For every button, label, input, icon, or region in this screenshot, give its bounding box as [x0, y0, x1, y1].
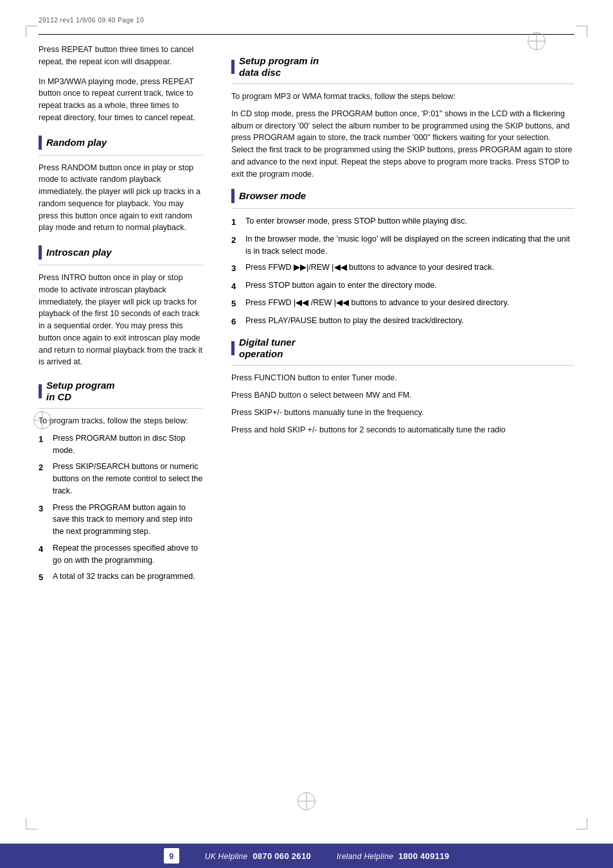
left-column: Press REPEAT button three times to cance… [39, 44, 218, 589]
heading-bar-2 [39, 245, 42, 260]
setup-data-rule [231, 84, 574, 84]
browser-mode-heading: Browser mode [231, 189, 574, 203]
list-item: 5 A total of 32 tracks can be programmed… [39, 571, 203, 584]
digital-tuner-rule [231, 365, 574, 366]
random-play-text: Press RANDOM button once in play or stop… [39, 162, 203, 235]
digital-tuner-text3: Press SKIP+/- buttons manually tune in t… [231, 407, 574, 419]
content-area: Press REPEAT button three times to cance… [0, 35, 613, 589]
crosshair-bottom [298, 792, 315, 810]
introscan-text: Press INTRO button once in play or stop … [39, 272, 203, 368]
footer-bar: 9 UK Helpline 0870 060 2610 Ireland Help… [0, 844, 613, 868]
setup-cd-rule [39, 408, 203, 409]
right-column: Setup program in data disc To program MP… [218, 44, 574, 589]
introscan-heading: Introscan play [39, 245, 203, 260]
page: 29112 rev1 1/9/06 09:40 Page 10 Press RE… [0, 0, 613, 868]
random-play-heading: Random play [39, 136, 203, 150]
heading-bar-3 [39, 384, 42, 398]
setup-data-detail: In CD stop mode, press the PROGRAM butto… [231, 108, 574, 181]
setup-cd-heading: Setup program in CD [39, 380, 203, 403]
browser-mode-steps: 1 To enter browser mode, press STOP butt… [231, 215, 574, 328]
list-item: 6 Press PLAY/PAUSE button to play the de… [231, 315, 574, 328]
list-item: 1 To enter browser mode, press STOP butt… [231, 215, 574, 229]
list-item: 4 Press STOP button again to enter the d… [231, 279, 574, 293]
heading-bar [39, 136, 42, 150]
heading-bar-4 [231, 60, 235, 74]
list-item: 4 Repeat the processes specified above t… [39, 542, 203, 567]
crop-mark-bl [26, 818, 37, 829]
setup-cd-steps: 1 Press PROGRAM button in disc Stop mode… [39, 432, 203, 584]
page-number: 9 [164, 848, 179, 864]
digital-tuner-text2: Press BAND button o select between MW an… [231, 389, 574, 402]
random-rule [39, 155, 203, 155]
list-item: 2 In the browser mode, the 'music logo' … [231, 233, 574, 258]
heading-bar-5 [231, 189, 235, 203]
intro-text-1: Press REPEAT button three times to cance… [39, 44, 203, 68]
ireland-helpline: Ireland Helpline 1800 409119 [337, 851, 449, 861]
digital-tuner-text4: Press and hold SKIP +/- buttons for 2 se… [231, 424, 574, 436]
crosshair-mid-left [33, 411, 51, 429]
list-item: 2 Press SKIP/SEARCH buttons or numeric b… [39, 461, 203, 497]
list-item: 5 Press FFWD |◀◀ /REW |◀◀ buttons to adv… [231, 297, 574, 310]
crop-mark-tl [26, 26, 37, 37]
digital-tuner-text1: Press FUNCTION button to enter Tuner mod… [231, 372, 574, 384]
setup-cd-intro: To program tracks, follow the steps belo… [39, 415, 203, 427]
meta-line: 29112 rev1 1/9/06 09:40 Page 10 [0, 13, 613, 28]
crop-mark-tr [576, 26, 587, 37]
crosshair-top-right [528, 32, 546, 50]
intro-text-2: In MP3/WWA playing mode, press REPEAT bu… [39, 76, 203, 124]
uk-helpline: UK Helpline 0870 060 2610 [205, 851, 311, 861]
list-item: 3 Press the PROGRAM button again to save… [39, 502, 203, 538]
digital-tuner-heading: Digital tuner operation [231, 337, 574, 360]
list-item: 3 Press FFWD ▶▶|/REW |◀◀ buttons to adva… [231, 261, 574, 275]
setup-data-intro: To program MP3 or WMA format tracks, fol… [231, 91, 574, 103]
introscan-rule [39, 265, 203, 265]
list-item: 1 Press PROGRAM button in disc Stop mode… [39, 432, 203, 457]
browser-mode-rule [231, 208, 574, 209]
setup-data-disc-heading: Setup program in data disc [231, 55, 574, 78]
heading-bar-6 [231, 341, 235, 355]
crop-mark-br [576, 818, 587, 829]
